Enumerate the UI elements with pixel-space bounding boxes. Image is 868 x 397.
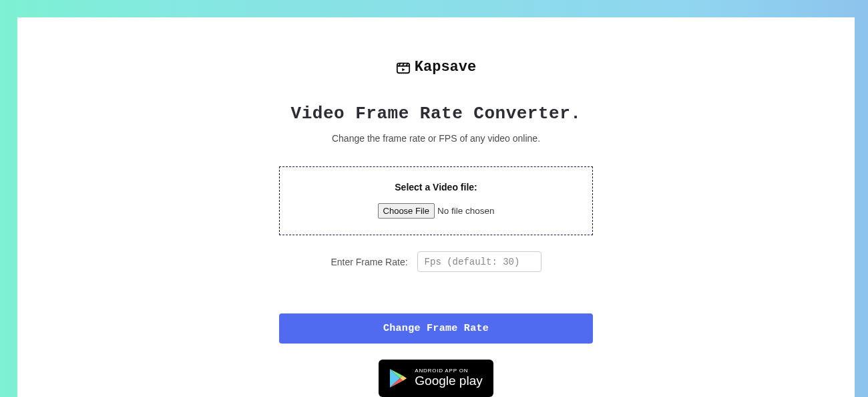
page-subtitle: Change the frame rate or FPS of any vide… [332,133,540,144]
fps-row: Enter Frame Rate: [331,251,541,272]
change-frame-rate-button[interactable]: Change Frame Rate [279,313,593,344]
choose-file-button[interactable]: Choose File [378,203,435,219]
google-play-bottom-text: Google play [415,374,482,388]
fps-label: Enter Frame Rate: [331,257,407,267]
brand-name: Kapsave [415,59,476,76]
clapper-play-icon [396,60,411,75]
main-card: Kapsave Video Frame Rate Converter. Chan… [17,17,855,397]
file-name-display: No file chosen [437,206,495,216]
fps-input[interactable] [417,251,541,272]
google-play-badge[interactable]: ANDROID APP ON Google play [379,360,493,397]
file-input-row: Choose File No file chosen [378,203,495,219]
google-play-icon [389,368,408,388]
page-title: Video Frame Rate Converter. [291,104,582,124]
dropzone-label: Select a Video file: [395,182,477,192]
google-play-text: ANDROID APP ON Google play [415,368,482,388]
brand-logo[interactable]: Kapsave [396,59,476,76]
file-dropzone[interactable]: Select a Video file: Choose File No file… [279,166,593,235]
